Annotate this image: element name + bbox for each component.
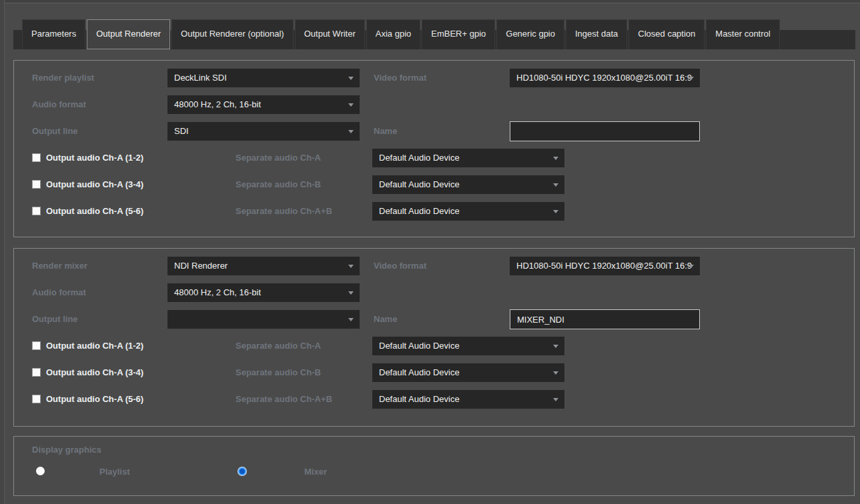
output-audio-ch-a-5-6-label: Output audio Ch-A (5-6) — [46, 202, 143, 221]
chevron-down-icon — [553, 210, 558, 213]
output-line-label: Output line — [32, 122, 78, 141]
playlist-radio-label: Playlist — [99, 467, 130, 477]
audio-format-label: Audio format — [32, 283, 86, 302]
render-mixer-value: NDI Renderer — [174, 261, 228, 271]
video-format-select[interactable]: HD1080-50i HDYC 1920x1080@25.00iT 16:9 — [510, 257, 700, 275]
output-audio-ch-a-3-4-label: Output audio Ch-A (3-4) — [46, 363, 143, 382]
chevron-down-icon — [553, 371, 558, 375]
chevron-down-icon — [689, 77, 694, 80]
mixer-name-input[interactable] — [510, 309, 700, 329]
chevron-down-icon — [553, 183, 558, 187]
separate-audio-ch-a-label: Separate audio Ch-A — [236, 149, 321, 167]
chevron-down-icon — [689, 265, 694, 268]
video-format-value: HD1080-50i HDYC 1920x1080@25.00iT 16:9 — [516, 73, 692, 83]
separate-audio-ch-a-b-select[interactable]: Default Audio Device — [372, 390, 564, 409]
chevron-down-icon — [553, 398, 558, 401]
chevron-down-icon — [348, 265, 354, 268]
name-label: Name — [374, 122, 397, 141]
separate-audio-ch-a-b-value: Default Audio Device — [379, 206, 460, 216]
separate-audio-ch-a-b-select[interactable]: Default Audio Device — [372, 202, 564, 221]
separate-audio-ch-a-label: Separate audio Ch-A — [236, 337, 321, 355]
separate-audio-ch-b-select[interactable]: Default Audio Device — [372, 363, 564, 382]
separate-audio-ch-a-b-value: Default Audio Device — [379, 394, 460, 404]
output-audio-ch-a-5-6-label: Output audio Ch-A (5-6) — [46, 390, 143, 409]
video-format-value: HD1080-50i HDYC 1920x1080@25.00iT 16:9 — [516, 261, 692, 271]
chevron-down-icon — [348, 318, 354, 321]
render-mixer-select[interactable]: NDI Renderer — [167, 257, 360, 275]
separate-audio-ch-a-value: Default Audio Device — [379, 153, 460, 163]
settings-window: Parameters Output Renderer Output Render… — [0, 0, 860, 504]
display-graphics-label: Display graphics — [32, 445, 101, 455]
name-input[interactable] — [510, 121, 700, 141]
tab-output-renderer-optional[interactable]: Output Renderer (optional) — [171, 19, 294, 49]
output-audio-ch-a-3-4-label: Output audio Ch-A (3-4) — [46, 175, 143, 194]
separate-audio-ch-a-b-label: Separate audio Ch-A+B — [236, 390, 332, 409]
separate-audio-ch-b-value: Default Audio Device — [379, 367, 460, 377]
video-format-label: Video format — [374, 69, 426, 87]
render-mixer-label: Render mixer — [32, 257, 87, 275]
window-top-edge — [0, 0, 860, 3]
tab-ember-gpio[interactable]: EmBER+ gpio — [422, 19, 495, 49]
separate-audio-ch-a-value: Default Audio Device — [379, 341, 460, 351]
separate-audio-ch-b-value: Default Audio Device — [379, 179, 460, 189]
separate-audio-ch-b-select[interactable]: Default Audio Device — [372, 175, 564, 194]
render-mixer-panel: Render mixer NDI Renderer Video format H… — [13, 248, 855, 427]
render-playlist-panel: Render playlist DeckLink SDI Video forma… — [13, 60, 855, 237]
chevron-down-icon — [553, 345, 558, 348]
chevron-down-icon — [348, 130, 354, 133]
mixer-radio[interactable] — [238, 467, 246, 475]
tab-master-control[interactable]: Master control — [706, 19, 779, 49]
output-audio-ch-a-1-2-checkbox[interactable] — [32, 341, 41, 350]
render-playlist-select[interactable]: DeckLink SDI — [167, 69, 360, 87]
output-line-select[interactable] — [167, 310, 360, 329]
separate-audio-ch-a-b-label: Separate audio Ch-A+B — [236, 202, 332, 221]
output-audio-ch-a-3-4-checkbox[interactable] — [32, 180, 41, 189]
separate-audio-ch-b-label: Separate audio Ch-B — [236, 363, 321, 382]
separate-audio-ch-b-label: Separate audio Ch-B — [236, 175, 321, 194]
output-audio-ch-a-3-4-checkbox[interactable] — [32, 368, 41, 377]
output-line-select[interactable]: SDI — [167, 122, 360, 141]
chevron-down-icon — [348, 77, 354, 80]
mixer-radio-label: Mixer — [304, 467, 327, 477]
audio-format-select[interactable]: 48000 Hz, 2 Ch, 16-bit — [167, 283, 360, 302]
tab-axia-gpio[interactable]: Axia gpio — [366, 19, 420, 49]
tab-output-renderer[interactable]: Output Renderer — [87, 19, 170, 49]
tab-generic-gpio[interactable]: Generic gpio — [496, 19, 564, 49]
tab-ingest-data[interactable]: Ingest data — [566, 19, 627, 49]
tab-parameters[interactable]: Parameters — [22, 19, 85, 49]
output-audio-ch-a-1-2-label: Output audio Ch-A (1-2) — [46, 149, 143, 167]
playlist-radio[interactable] — [36, 467, 45, 475]
tab-output-writer[interactable]: Output Writer — [295, 19, 365, 49]
audio-format-value: 48000 Hz, 2 Ch, 16-bit — [174, 287, 261, 297]
video-format-select[interactable]: HD1080-50i HDYC 1920x1080@25.00iT 16:9 — [510, 69, 700, 87]
output-audio-ch-a-1-2-label: Output audio Ch-A (1-2) — [46, 337, 143, 355]
audio-format-value: 48000 Hz, 2 Ch, 16-bit — [174, 99, 261, 109]
name-label: Name — [374, 310, 397, 329]
chevron-down-icon — [348, 103, 354, 107]
output-audio-ch-a-1-2-checkbox[interactable] — [32, 153, 41, 162]
output-audio-ch-a-5-6-checkbox[interactable] — [32, 395, 41, 403]
separate-audio-ch-a-select[interactable]: Default Audio Device — [372, 337, 564, 355]
output-line-label: Output line — [32, 310, 78, 329]
audio-format-label: Audio format — [32, 95, 86, 114]
separate-audio-ch-a-select[interactable]: Default Audio Device — [372, 149, 564, 167]
video-format-label: Video format — [374, 257, 426, 275]
tab-closed-caption[interactable]: Closed caption — [628, 19, 705, 49]
tab-bar: Parameters Output Renderer Output Render… — [22, 19, 780, 49]
output-line-value: SDI — [174, 126, 189, 136]
render-playlist-value: DeckLink SDI — [174, 73, 227, 83]
window-left-edge — [0, 0, 5, 504]
chevron-down-icon — [348, 291, 354, 295]
display-graphics-panel: Display graphics Playlist Mixer — [13, 436, 855, 496]
render-playlist-label: Render playlist — [32, 69, 94, 87]
audio-format-select[interactable]: 48000 Hz, 2 Ch, 16-bit — [167, 95, 360, 114]
chevron-down-icon — [553, 157, 558, 160]
output-audio-ch-a-5-6-checkbox[interactable] — [32, 207, 41, 215]
